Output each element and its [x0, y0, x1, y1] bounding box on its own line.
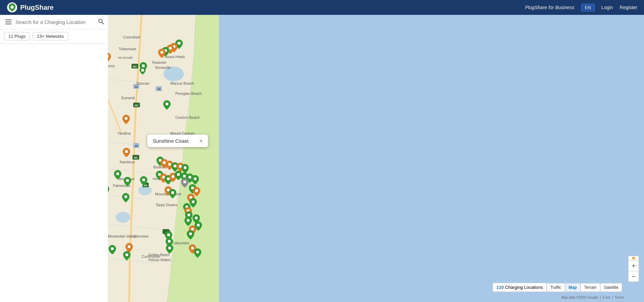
business-link[interactable]: PlugShare for Business: [525, 5, 574, 10]
svg-text:Tinbeerwah: Tinbeerwah: [119, 47, 136, 51]
svg-rect-120: [177, 173, 180, 176]
terrain-button[interactable]: Terrain: [581, 283, 601, 292]
svg-rect-106: [125, 117, 127, 120]
map-attribution: Map data ©2024 Google | 5 km | Terms: [561, 296, 624, 299]
header: PlugShare PlugShare for Business EN Logi…: [0, 0, 644, 15]
svg-text:70: 70: [157, 88, 160, 91]
marker-green-29[interactable]: [184, 217, 192, 226]
marker-green-28[interactable]: [122, 193, 129, 202]
svg-rect-140: [124, 195, 127, 198]
svg-text:Doonan: Doonan: [137, 81, 150, 85]
register-button[interactable]: Register: [620, 5, 637, 10]
marker-green-20[interactable]: [169, 189, 176, 198]
marker-green-24[interactable]: [189, 198, 197, 208]
marker-green-33[interactable]: [195, 221, 202, 231]
marker-green-19[interactable]: [124, 177, 131, 186]
sidebar: 11 Plugs 13+ Networks: [0, 15, 108, 302]
charging-count-bar: 110 Charging Locations Traffic Map Terra…: [493, 283, 622, 292]
svg-rect-121: [183, 175, 186, 177]
svg-rect-122: [188, 176, 191, 179]
svg-text:Peregian Beach: Peregian Beach: [175, 91, 202, 95]
svg-text:Mooloolah Valley: Mooloolah Valley: [108, 234, 136, 238]
svg-text:10: 10: [135, 144, 138, 147]
svg-rect-138: [187, 214, 190, 216]
marker-green-5[interactable]: [163, 100, 171, 110]
svg-text:Nambour: Nambour: [120, 160, 135, 164]
svg-text:Pelican Waters: Pelican Waters: [148, 258, 171, 262]
charging-count: 110 Charging Locations: [493, 283, 547, 292]
svg-point-31: [116, 212, 130, 223]
marker-green-10[interactable]: [140, 176, 147, 186]
svg-text:Noosaville: Noosaville: [155, 66, 171, 70]
svg-rect-114: [184, 166, 186, 169]
svg-text:M1: M1: [133, 65, 137, 68]
popup-close-button[interactable]: ×: [200, 138, 203, 144]
svg-rect-124: [116, 172, 119, 175]
marker-green-4[interactable]: [140, 67, 146, 75]
header-right: PlugShare for Business EN Login Register: [525, 4, 637, 11]
svg-rect-127: [183, 181, 186, 183]
marker-green-39[interactable]: [123, 251, 130, 260]
marker-green-9[interactable]: [181, 164, 189, 173]
svg-rect-155: [196, 251, 199, 253]
svg-rect-154: [191, 247, 194, 249]
marker-green-38[interactable]: [109, 245, 116, 254]
svg-text:Eumundi: Eumundi: [121, 96, 135, 100]
marker-orange-4[interactable]: [122, 115, 130, 124]
satellite-button[interactable]: Satellite: [600, 283, 622, 292]
svg-text:M1: M1: [135, 104, 139, 107]
marker-green-40[interactable]: [194, 248, 201, 258]
svg-rect-107: [125, 150, 128, 153]
marker-green-17[interactable]: [114, 170, 121, 180]
marker-gray-1[interactable]: [181, 178, 188, 188]
svg-rect-143: [167, 234, 170, 236]
logo[interactable]: PlugShare: [7, 2, 54, 13]
map-bottom-controls: 110 Charging Locations Traffic Map Terra…: [493, 283, 622, 292]
zoom-out-button[interactable]: −: [628, 271, 639, 282]
svg-rect-110: [163, 161, 166, 164]
svg-text:Sippy Downs: Sippy Downs: [156, 203, 178, 207]
svg-text:Cooroibah: Cooroibah: [123, 35, 140, 39]
svg-text:Coolum Beach: Coolum Beach: [175, 115, 200, 119]
svg-rect-123: [194, 177, 197, 180]
svg-rect-99: [169, 47, 172, 50]
zoom-in-button[interactable]: +: [628, 260, 639, 271]
svg-text:M1: M1: [134, 156, 138, 159]
traffic-button[interactable]: Traffic: [547, 283, 565, 292]
search-input[interactable]: [16, 19, 95, 25]
networks-filter-button[interactable]: 13+ Networks: [33, 32, 68, 40]
marker-orange-3[interactable]: [158, 49, 166, 58]
svg-text:Caloundra: Caloundra: [172, 241, 189, 245]
marker-green-16[interactable]: [192, 175, 199, 185]
logo-text: PlugShare: [20, 4, 54, 11]
popup-title: Sunshine Coast: [153, 138, 196, 144]
svg-rect-145: [189, 232, 192, 235]
search-icon[interactable]: [98, 18, 104, 26]
svg-rect-142: [195, 217, 198, 219]
header-left: PlugShare: [7, 2, 54, 13]
marker-green-41[interactable]: [166, 244, 173, 254]
svg-rect-131: [195, 189, 198, 192]
zoom-controls: + −: [628, 260, 639, 282]
marker-orange-5[interactable]: [123, 148, 130, 157]
svg-rect-141: [187, 219, 189, 222]
svg-rect-112: [174, 165, 176, 167]
login-button[interactable]: Login: [602, 5, 613, 10]
hamburger-menu[interactable]: [4, 18, 13, 26]
svg-rect-111: [168, 163, 171, 166]
charging-label: Charging Locations: [505, 285, 543, 290]
marker-green-32[interactable]: [187, 230, 194, 240]
svg-rect-153: [125, 253, 128, 256]
svg-text:Yandina: Yandina: [117, 131, 131, 135]
svg-rect-115: [142, 179, 145, 181]
svg-text:Mc Donald: Mc Donald: [118, 56, 133, 59]
svg-rect-152: [128, 245, 130, 248]
map-button[interactable]: Map: [565, 283, 581, 292]
svg-text:Tewantin: Tewantin: [152, 60, 166, 64]
svg-line-4: [102, 22, 104, 24]
svg-rect-103: [142, 64, 145, 67]
plugs-filter-button[interactable]: 11 Plugs: [4, 32, 30, 40]
svg-rect-119: [172, 175, 174, 178]
language-button[interactable]: EN: [581, 4, 595, 11]
svg-rect-104: [141, 69, 144, 72]
